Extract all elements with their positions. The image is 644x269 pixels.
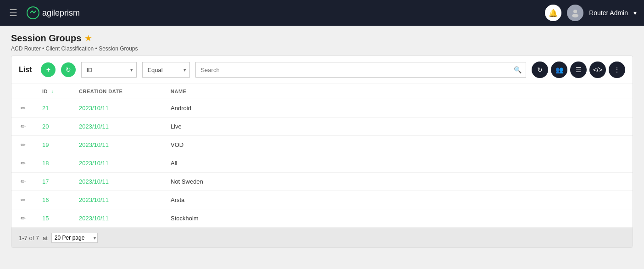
search-input[interactable] xyxy=(195,62,526,78)
filter-button[interactable]: ☰ xyxy=(570,62,587,78)
col-header-edit xyxy=(11,84,35,99)
table-header-row: ID ↓ CREATION DATE NAME xyxy=(11,84,633,99)
row-name-cell: Not Sweden xyxy=(163,173,633,191)
pagination-at-label: at xyxy=(43,235,48,241)
per-page-select[interactable]: 10 Per page 20 Per page 50 Per page 100 … xyxy=(51,233,98,243)
edit-button[interactable]: ✏ xyxy=(19,196,28,204)
edit-button[interactable]: ✏ xyxy=(19,122,28,131)
filter-icon: ☰ xyxy=(576,66,582,73)
id-link[interactable]: 18 xyxy=(42,160,49,167)
row-name-cell: Stockholm xyxy=(163,209,633,228)
col-header-name: NAME xyxy=(163,84,633,99)
row-date-cell: 2023/10/11 xyxy=(72,191,163,209)
filter-field-select[interactable]: ID Name Creation Date xyxy=(81,62,137,78)
row-name-cell: Live xyxy=(163,118,633,136)
refresh-button[interactable]: ↻ xyxy=(532,62,548,78)
pagination-bar: 1-7 of 7 at 10 Per page 20 Per page 50 P… xyxy=(11,228,633,247)
id-link[interactable]: 15 xyxy=(42,215,49,222)
toolbar-right: ↻ 👥 ☰ </> ⋮ xyxy=(532,62,625,78)
sort-icon: ↓ xyxy=(51,89,54,94)
edit-button[interactable]: ✏ xyxy=(19,159,28,168)
col-name-label: NAME xyxy=(171,89,186,94)
list-header: List + ↻ ID Name Creation Date ▾ Equal C… xyxy=(11,56,633,84)
id-link[interactable]: 21 xyxy=(42,105,49,112)
row-name-cell: All xyxy=(163,154,633,173)
table-row: ✏ 17 2023/10/11 Not Sweden xyxy=(11,173,633,191)
row-edit-cell: ✏ xyxy=(11,154,35,173)
edit-button[interactable]: ✏ xyxy=(19,177,28,186)
id-link[interactable]: 17 xyxy=(42,178,49,185)
table-row: ✏ 20 2023/10/11 Live xyxy=(11,118,633,136)
row-date-cell: 2023/10/11 xyxy=(72,173,163,191)
svg-point-1 xyxy=(573,10,577,13)
code-button[interactable]: </> xyxy=(589,62,606,78)
add-button[interactable]: + xyxy=(41,62,56,77)
row-date-cell: 2023/10/11 xyxy=(72,154,163,173)
row-id-cell: 18 xyxy=(35,154,72,173)
favorite-star-icon[interactable]: ★ xyxy=(85,34,91,43)
table-row: ✏ 19 2023/10/11 VOD xyxy=(11,136,633,154)
logo: agileprism xyxy=(27,6,80,19)
row-date-cell: 2023/10/11 xyxy=(72,99,163,118)
edit-button[interactable]: ✏ xyxy=(19,140,28,149)
users-button[interactable]: 👥 xyxy=(551,62,567,78)
avatar xyxy=(567,5,583,21)
notification-button[interactable]: 🔔 xyxy=(545,5,561,21)
row-id-cell: 16 xyxy=(35,191,72,209)
menu-button[interactable]: ☰ xyxy=(7,6,19,20)
user-menu-chevron[interactable]: ▾ xyxy=(633,9,637,17)
row-edit-cell: ✏ xyxy=(11,173,35,191)
col-date-label: CREATION DATE xyxy=(79,89,122,94)
edit-button[interactable]: ✏ xyxy=(19,214,28,223)
chevron-down-icon: ▾ xyxy=(633,9,637,17)
logo-icon xyxy=(27,6,39,19)
svg-point-2 xyxy=(572,14,578,17)
row-edit-cell: ✏ xyxy=(11,118,35,136)
list-container: List + ↻ ID Name Creation Date ▾ Equal C… xyxy=(11,56,633,248)
svg-point-0 xyxy=(27,7,39,19)
table-row: ✏ 15 2023/10/11 Stockholm xyxy=(11,209,633,228)
list-title: List xyxy=(19,66,32,74)
row-name-cell: Arsta xyxy=(163,191,633,209)
id-link[interactable]: 19 xyxy=(42,141,49,148)
app-header: ☰ agileprism 🔔 Router Admin ▾ xyxy=(0,0,644,26)
per-page-wrapper: 10 Per page 20 Per page 50 Per page 100 … xyxy=(51,233,98,243)
sync-button[interactable]: ↻ xyxy=(61,62,76,77)
add-icon: + xyxy=(46,66,50,74)
breadcrumb-text: ACD Router • Client Classification • Ses… xyxy=(11,45,138,52)
page-header: Session Groups ★ ACD Router • Client Cla… xyxy=(0,26,644,56)
user-name: Router Admin xyxy=(589,9,628,17)
search-wrapper: 🔍 xyxy=(195,62,526,78)
col-id-label: ID xyxy=(42,89,48,94)
data-table: ID ↓ CREATION DATE NAME ✏ 21 xyxy=(11,84,633,228)
pagination-summary: 1-7 of 7 xyxy=(19,235,39,241)
table-row: ✏ 16 2023/10/11 Arsta xyxy=(11,191,633,209)
users-icon: 👥 xyxy=(555,66,563,73)
row-name-cell: VOD xyxy=(163,136,633,154)
more-options-button[interactable]: ⋮ xyxy=(609,62,625,78)
code-icon: </> xyxy=(593,66,602,73)
row-date-cell: 2023/10/11 xyxy=(72,136,163,154)
edit-button[interactable]: ✏ xyxy=(19,104,28,112)
logo-text: agileprism xyxy=(42,8,80,18)
col-header-id[interactable]: ID ↓ xyxy=(35,84,72,99)
notification-icon: 🔔 xyxy=(549,9,558,17)
header-left: ☰ agileprism xyxy=(7,6,80,20)
row-edit-cell: ✏ xyxy=(11,136,35,154)
id-link[interactable]: 16 xyxy=(42,196,49,203)
breadcrumb: ACD Router • Client Classification • Ses… xyxy=(11,45,633,52)
row-id-cell: 17 xyxy=(35,173,72,191)
row-id-cell: 21 xyxy=(35,99,72,118)
row-date-cell: 2023/10/11 xyxy=(72,118,163,136)
row-edit-cell: ✏ xyxy=(11,191,35,209)
refresh-icon: ↻ xyxy=(537,66,543,73)
id-link[interactable]: 20 xyxy=(42,123,49,130)
row-id-cell: 15 xyxy=(35,209,72,228)
row-edit-cell: ✏ xyxy=(11,209,35,228)
filter-operator-select[interactable]: Equal Contains Starts With xyxy=(142,62,190,78)
row-id-cell: 20 xyxy=(35,118,72,136)
sync-icon: ↻ xyxy=(66,66,71,73)
row-name-cell: Android xyxy=(163,99,633,118)
filter-field-select-wrapper: ID Name Creation Date ▾ xyxy=(81,62,137,78)
page-title: Session Groups ★ xyxy=(11,33,633,44)
